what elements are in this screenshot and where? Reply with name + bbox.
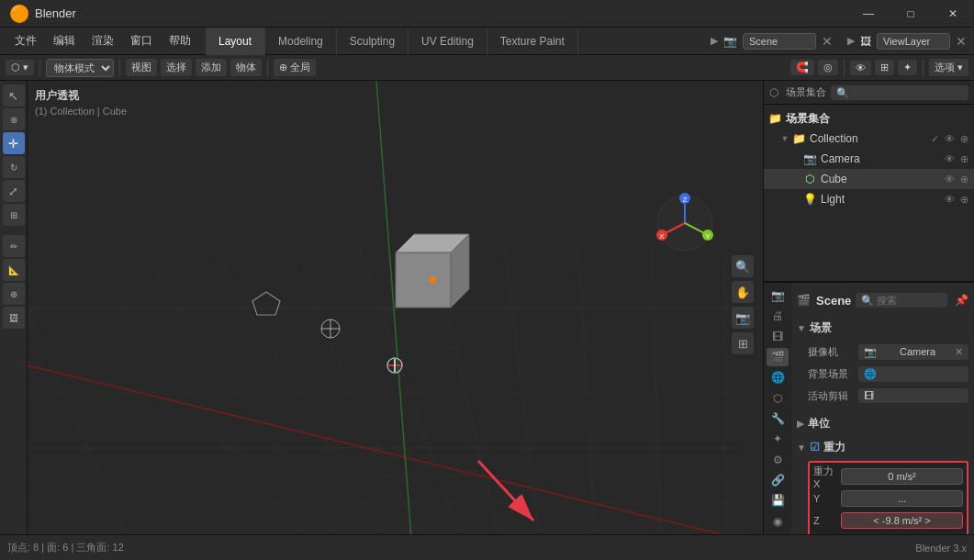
cursor-icon[interactable]: ⊕ [957,133,970,145]
properties-panel: 📷 🖨 🎞 🎬 🌐 ⬡ 🔧 ✦ ⚙ 🔗 💾 ◉ 🎬 Scene [764,283,974,534]
scene-input[interactable] [743,33,816,50]
pan-btn[interactable]: ✋ [732,281,754,303]
tab-sculpting[interactable]: Sculpting [337,28,409,55]
bb-version: Blender 3.x [915,543,967,554]
viewlayer-input[interactable] [877,33,950,50]
prop-tab-render[interactable]: 📷 [767,286,789,305]
camera-remove-btn[interactable]: ✕ [955,346,963,358]
menu-edit[interactable]: 编辑 [46,29,83,52]
light-cursor-icon[interactable]: ⊕ [957,194,970,206]
clip-field-value[interactable]: 🎞 [858,388,968,403]
select-tool-btn[interactable]: ↖ [3,84,25,106]
rotate-tool-btn[interactable]: ↻ [3,156,25,178]
camera-ol-icon: 📷 [802,151,817,166]
outliner-light[interactable]: ▶ 💡 Light 👁 ⊕ [764,189,974,209]
cube-cursor-icon[interactable]: ⊕ [957,174,970,185]
prop-tab-modifier[interactable]: 🔧 [767,409,789,428]
prop-tab-material[interactable]: ◉ [767,512,789,531]
tab-texture-paint[interactable]: Texture Paint [487,28,578,55]
overlay-btn[interactable]: ⊞ [875,60,894,75]
minimize-button[interactable]: — [847,0,890,28]
prop-panel-header: 🎬 Scene 📌 [797,288,968,312]
camera-view-btn[interactable]: 📷 [732,307,754,329]
menu-window[interactable]: 窗口 [123,29,160,52]
editor-type-btn[interactable]: ⬡ ▾ [6,60,34,75]
proportional-btn[interactable]: ◎ [818,60,838,75]
close-button[interactable]: ✕ [932,0,974,28]
outliner-cube[interactable]: ▶ ⬡ Cube 👁 ⊕ [764,169,974,189]
cam-cursor-icon[interactable]: ⊕ [957,153,970,165]
check-icon[interactable]: ✓ [928,133,941,145]
add-tool-btn[interactable]: ⊕ [3,283,25,305]
viewlayer-close-icon[interactable]: ✕ [956,34,967,49]
annotate-tool-btn[interactable]: ✏ [3,235,25,257]
gravity-section-header[interactable]: ▼ ☑ 重力 [797,437,968,457]
scene-section-header[interactable]: ▼ 场景 [797,318,968,338]
view-btn[interactable]: 视图 [126,59,157,76]
eye-icon[interactable]: 👁 [943,133,956,145]
prop-tab-constraint[interactable]: 🔗 [767,471,789,489]
add-btn[interactable]: 添加 [196,59,227,76]
frame-btn[interactable]: ⊞ [732,332,754,354]
options-btn[interactable]: 选项 ▾ [929,59,968,76]
camera-field-value[interactable]: 📷 Camera ✕ [858,344,968,360]
outliner-header: ⬡ 场景集合 [764,81,974,105]
separator [39,60,40,76]
prop-pin-icon[interactable]: 📌 [955,294,968,307]
prop-tab-data[interactable]: 💾 [767,491,789,510]
gravity-x-value[interactable]: 0 m/s² [841,468,963,485]
outliner-scene-collection[interactable]: 📁 场景集合 [764,108,974,129]
menu-render[interactable]: 渲染 [84,29,121,52]
outliner-search[interactable] [831,85,968,100]
light-eye-icon[interactable]: 👁 [943,194,956,206]
gravity-y-value[interactable]: ... [841,490,963,507]
global-btn[interactable]: ⊕ 全局 [274,59,316,76]
mode-select[interactable]: 物体模式 [46,59,114,77]
scene-close-icon[interactable]: ✕ [822,34,833,49]
gravity-z-value[interactable]: < -9.8 m/s² > [841,512,963,529]
separator2 [119,60,120,76]
gravity-checkbox[interactable]: ☑ [810,441,820,454]
move-tool-btn[interactable]: ✛ [3,132,25,154]
measure-tool-btn[interactable]: 📐 [3,259,25,281]
select-btn[interactable]: 选择 [161,59,192,76]
cursor-tool-btn[interactable]: ⊕ [3,108,25,130]
menu-help[interactable]: 帮助 [162,29,198,52]
camera-field-row: 摄像机 📷 Camera ✕ [808,342,968,362]
transform-tool-btn[interactable]: ⊞ [3,204,25,226]
outliner-collection[interactable]: ▼ 📁 Collection ✓ 👁 ⊕ [764,129,974,149]
cam-eye-icon[interactable]: 👁 [943,153,956,165]
camera-tool-btn[interactable]: 🖼 [3,307,25,329]
prop-tab-object[interactable]: ⬡ [767,389,789,408]
prop-tab-output[interactable]: 🖨 [767,307,789,325]
camera-visibility: 👁 ⊕ [943,153,970,165]
outliner-camera[interactable]: ▶ 📷 Camera 👁 ⊕ [764,149,974,169]
cube-eye-icon[interactable]: 👁 [943,174,956,185]
scale-tool-btn[interactable]: ⤢ [3,180,25,202]
shading-btn[interactable]: 👁 [850,61,871,75]
prop-tab-particle[interactable]: ✦ [767,430,789,448]
prop-search[interactable] [856,293,947,308]
tab-uv-editing[interactable]: UV Editing [409,28,487,55]
xray-btn[interactable]: ✦ [898,60,917,75]
viewport-gizmo[interactable]: Z X Y [653,191,717,255]
prop-sidebar: 📷 🖨 🎞 🎬 🌐 ⬡ 🔧 ✦ ⚙ 🔗 💾 ◉ [764,283,791,534]
prop-tab-physics[interactable]: ⚙ [767,451,789,469]
bg-field-value[interactable]: 🌐 [858,366,968,382]
zoom-btn[interactable]: 🔍 [732,255,754,277]
viewport[interactable]: 用户透视 (1) Collection | Cube Z X Y [28,81,763,534]
tab-layout[interactable]: Layout [206,28,265,55]
camera-icon-small: 📷 [723,35,737,48]
prop-tab-view[interactable]: 🎞 [767,328,789,346]
maximize-button[interactable]: □ [890,0,932,28]
menu-file[interactable]: 文件 [7,29,44,52]
prop-tab-world[interactable]: 🌐 [767,368,789,386]
cube-expand: ▶ [789,173,802,185]
separator3 [267,60,268,76]
snap-btn[interactable]: 🧲 [790,60,814,75]
cube-ol-icon: ⬡ [802,172,817,186]
tab-modeling[interactable]: Modeling [265,28,337,55]
prop-tab-scene[interactable]: 🎬 [767,348,789,366]
units-section-header[interactable]: ▶ 单位 [797,413,968,433]
object-btn[interactable]: 物体 [230,59,262,76]
